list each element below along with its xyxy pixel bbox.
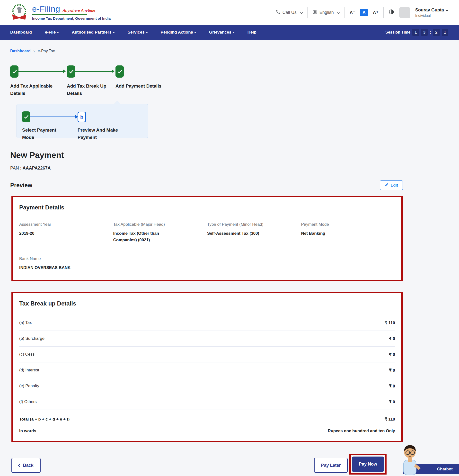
chevron-left-icon xyxy=(18,464,21,467)
chevron-down-icon xyxy=(146,31,148,33)
payment-details-title: Payment Details xyxy=(19,204,395,211)
total-value: ₹ 110 xyxy=(385,417,395,422)
pay-now-highlight: Pay Now xyxy=(349,454,387,475)
pan-line: PAN : AAAPA2267A xyxy=(10,166,449,171)
field-assessment-year: Assessment Year 2019-20 xyxy=(19,222,113,243)
substep-label-2: Preview And Make Payment xyxy=(78,126,129,141)
tax-row-c: (c) Cess ₹ 0 xyxy=(19,347,395,362)
nav-services[interactable]: Services xyxy=(128,30,148,35)
pay-now-button[interactable]: Pay Now xyxy=(352,457,384,472)
breadcrumb: Dashboard › e-Pay Tax xyxy=(10,49,449,53)
font-increase-button[interactable]: A⁺ xyxy=(373,10,379,15)
in-words-value: Rupees one hundred and ten Only xyxy=(328,429,395,433)
step-connector-arrow xyxy=(18,71,64,72)
contrast-toggle-icon[interactable] xyxy=(388,9,394,16)
divider xyxy=(383,7,384,18)
call-us-menu[interactable]: Call Us xyxy=(276,9,302,16)
font-decrease-button[interactable]: A⁻ xyxy=(350,10,355,15)
tax-row-f: (f) Others ₹ 0 xyxy=(19,394,395,410)
substep-done-icon xyxy=(22,111,30,122)
substep-connector-arrow xyxy=(30,117,76,117)
check-icon xyxy=(12,69,17,73)
step-done-icon xyxy=(115,65,124,78)
check-icon xyxy=(118,69,122,73)
income-tax-emblem-icon xyxy=(10,3,29,23)
amount-in-words-row: In words Rupees one hundred and ten Only xyxy=(19,429,395,433)
wizard-stepper: Add Tax Applicable Details Add Tax Break… xyxy=(10,65,449,101)
divider xyxy=(307,7,308,18)
step-label-2: Add Tax Break Up Details xyxy=(67,82,113,97)
session-digit: 3 xyxy=(421,29,428,36)
call-us-label: Call Us xyxy=(282,10,297,15)
chatbot-label: Chatbot xyxy=(437,467,453,472)
field-payment-mode: Payment Mode Net Banking xyxy=(301,222,395,243)
brand-tagline: Anywhere Anytime xyxy=(62,8,95,12)
session-digit: 2 xyxy=(433,29,440,36)
user-menu[interactable]: Sourav Gupta xyxy=(415,7,448,13)
tax-total-row: Total (a + b + c + d + e + f) ₹ 110 xyxy=(19,410,395,422)
check-icon xyxy=(24,114,28,119)
step-done-icon xyxy=(10,65,18,78)
department-name: Income Tax Department, Government of Ind… xyxy=(32,16,111,20)
session-timer: Session Time 1 3 : 2 1 xyxy=(385,29,448,36)
pay-later-button[interactable]: Pay Later xyxy=(314,458,348,473)
brand-underline xyxy=(32,14,87,15)
page-title: New Payment xyxy=(10,150,449,160)
nav-pending-actions[interactable]: Pending Actions xyxy=(161,30,196,35)
chevron-down-icon xyxy=(445,9,448,11)
tax-row-e: (e) Penalty ₹ 0 xyxy=(19,378,395,394)
nav-efile[interactable]: e-File xyxy=(45,30,59,35)
session-label: Session Time xyxy=(385,30,410,35)
field-tax-applicable: Tax Applicable (Major Head) Income Tax (… xyxy=(113,222,207,243)
field-bank-name: Bank Name INDIAN OVERSEAS BANK xyxy=(19,256,113,271)
step-connector-arrow xyxy=(75,71,112,72)
session-digit: 1 xyxy=(442,29,448,36)
field-type-of-payment: Type of Payment (Minor Head) Self-Assess… xyxy=(207,222,301,243)
edit-button[interactable]: Edit xyxy=(380,180,403,190)
font-normal-button[interactable]: A xyxy=(360,9,368,16)
chevron-down-icon xyxy=(337,11,340,14)
chevron-down-icon xyxy=(300,11,303,14)
footer-actions: Back Pay Later Pay Now xyxy=(11,454,403,476)
chevron-down-icon xyxy=(113,31,115,33)
language-menu[interactable]: English xyxy=(312,9,340,16)
divider xyxy=(344,7,345,18)
avatar[interactable] xyxy=(399,7,410,18)
substep-current-marker: b xyxy=(78,112,86,122)
tax-breakup-card: Tax Break up Details (a) Tax ₹ 110 (b) S… xyxy=(11,292,403,442)
main-nav: Dashboard e-File Authorised Partners Ser… xyxy=(0,25,459,40)
chevron-down-icon xyxy=(233,31,235,33)
step-done-icon xyxy=(67,65,75,78)
breadcrumb-separator: › xyxy=(34,49,35,53)
breadcrumb-current: e-Pay Tax xyxy=(38,49,55,53)
check-icon xyxy=(69,69,73,73)
brand-title: e-Filing xyxy=(32,4,60,14)
session-digit: 1 xyxy=(412,29,419,36)
pencil-icon xyxy=(385,183,388,188)
edit-label: Edit xyxy=(391,183,398,188)
breadcrumb-dashboard[interactable]: Dashboard xyxy=(10,49,31,53)
substep-label-1: Select Payment Mode xyxy=(22,126,65,141)
nav-dashboard[interactable]: Dashboard xyxy=(10,30,32,35)
chatbot-assistant-figure[interactable] xyxy=(396,443,423,476)
language-label: English xyxy=(319,10,334,15)
payment-details-card: Payment Details Assessment Year 2019-20 … xyxy=(11,196,403,281)
phone-icon xyxy=(276,9,281,16)
chevron-down-icon xyxy=(57,31,59,33)
user-name: Sourav Gupta xyxy=(415,7,444,13)
step-label-1: Add Tax Applicable Details xyxy=(10,82,56,97)
step-label-3: Add Payment Details xyxy=(115,82,162,90)
panel-notch xyxy=(114,101,120,107)
substep-panel: b Select Payment Mode Preview And Make P… xyxy=(17,104,148,138)
nav-authorised-partners[interactable]: Authorised Partners xyxy=(72,30,114,35)
pan-label: PAN : xyxy=(10,166,21,171)
tax-row-b: (b) Surcharge ₹ 0 xyxy=(19,331,395,347)
back-button[interactable]: Back xyxy=(11,458,41,473)
nav-grievances[interactable]: Grievances xyxy=(209,30,234,35)
nav-help[interactable]: Help xyxy=(247,30,256,35)
user-role: Individual xyxy=(415,13,448,18)
efiling-logo: e-Filing Anywhere Anytime Income Tax Dep… xyxy=(10,3,111,23)
top-header: e-Filing Anywhere Anytime Income Tax Dep… xyxy=(0,0,459,25)
in-words-label: In words xyxy=(19,429,36,433)
chevron-down-icon xyxy=(194,31,196,33)
